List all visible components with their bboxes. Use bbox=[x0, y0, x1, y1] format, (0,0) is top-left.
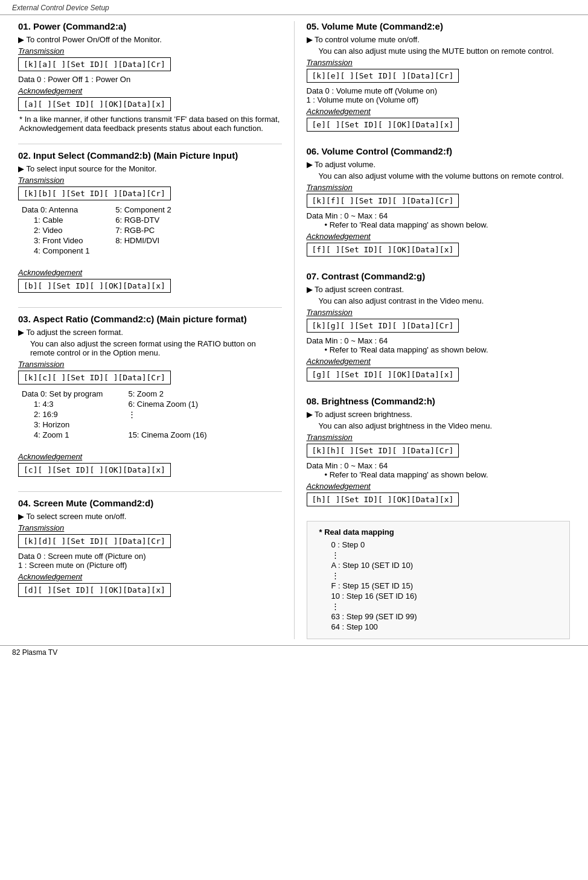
section-08-data: Data Min : 0 ~ Max : 64 Refer to 'Real d… bbox=[307, 461, 570, 479]
rd-item-0: 0 : Step 0 bbox=[331, 540, 558, 549]
section-03-sub1: You can also adjust the screen format us… bbox=[30, 339, 282, 357]
section-08-title: 08. Brightness (Command2:h) bbox=[307, 396, 570, 406]
footer-text: 82 Plasma TV bbox=[12, 648, 57, 657]
section-07-ack-code: [g][ ][Set ID][ ][OK][Data][x] bbox=[307, 368, 459, 381]
real-data-title: * Real data mapping bbox=[319, 528, 558, 537]
section-04-arrow: To select screen mute on/off. bbox=[18, 512, 282, 521]
section-06-data-minmax: Data Min : 0 ~ Max : 64 bbox=[307, 211, 570, 220]
section-08-transmission-code: [k][h][ ][Set ID][ ][Data][Cr] bbox=[307, 444, 459, 458]
section-08-data-bullet: Refer to 'Real data mapping' as shown be… bbox=[325, 470, 570, 479]
section-06-title: 06. Volume Control (Command2:f) bbox=[307, 146, 570, 156]
section-02: 02. Input Select (Command2:b) (Main Pict… bbox=[18, 150, 282, 296]
section-07-data: Data Min : 0 ~ Max : 64 Refer to 'Real d… bbox=[307, 336, 570, 354]
page-footer: 82 Plasma TV bbox=[0, 645, 588, 659]
table-row: Data 0: Antenna 5: Component 2 bbox=[22, 205, 171, 214]
section-08-transmission-label: Transmission bbox=[307, 433, 570, 442]
section-05: 05. Volume Mute (Command2:e) To control … bbox=[307, 21, 570, 135]
table-cell: 4: Component 1 bbox=[22, 246, 114, 255]
section-02-ack-code: [b][ ][Set ID][ ][OK][Data][x] bbox=[18, 279, 171, 293]
table-cell bbox=[115, 246, 171, 255]
section-07: 07. Contrast (Command2:g) To adjust scre… bbox=[307, 271, 570, 385]
section-07-ack-label: Acknowledgement bbox=[307, 357, 570, 366]
section-07-sub1: You can also adjust contrast in the Vide… bbox=[319, 296, 570, 305]
section-04-transmission-code: [k][d][ ][Set ID][ ][Data][Cr] bbox=[18, 534, 171, 548]
section-07-arrow: To adjust screen contrast. bbox=[307, 285, 570, 294]
table-cell: 6: RGB-DTV bbox=[115, 215, 171, 225]
section-01-arrow: To control Power On/Off of the Monitor. bbox=[18, 35, 282, 44]
rd-dots-2: ⋮ bbox=[331, 602, 558, 611]
section-02-data: Data 0: Antenna 5: Component 2 1: Cable … bbox=[18, 204, 282, 257]
rd-item-2: F : Step 15 (SET ID 15) bbox=[331, 581, 558, 590]
table-row: 3: Horizon bbox=[22, 420, 206, 429]
section-02-transmission-label: Transmission bbox=[18, 176, 282, 185]
section-08-data-minmax: Data Min : 0 ~ Max : 64 bbox=[307, 461, 570, 470]
section-08-ack-label: Acknowledgement bbox=[307, 482, 570, 491]
section-06: 06. Volume Control (Command2:f) To adjus… bbox=[307, 146, 570, 260]
section-05-sub1: You can also adjust mute using the MUTE … bbox=[319, 46, 570, 56]
table-cell: 8: HDMI/DVI bbox=[115, 236, 171, 245]
section-01-title: 01. Power (Command2:a) bbox=[18, 21, 282, 31]
section-03-ack-code: [c][ ][Set ID][ ][OK][Data][x] bbox=[18, 463, 171, 477]
section-01-transmission-label: Transmission bbox=[18, 46, 282, 56]
table-cell: 2: 16:9 bbox=[22, 410, 127, 419]
section-05-ack-code: [e][ ][Set ID][ ][OK][Data][x] bbox=[307, 118, 459, 132]
section-02-transmission-code: [k][b][ ][Set ID][ ][Data][Cr] bbox=[18, 187, 171, 200]
table-cell: 1: 4:3 bbox=[22, 400, 127, 409]
section-07-transmission-label: Transmission bbox=[307, 308, 570, 317]
section-05-data: Data 0 : Volume mute off (Volume on) 1 :… bbox=[307, 86, 570, 104]
table-cell: 2: Video bbox=[22, 226, 114, 235]
section-06-arrow: To adjust volume. bbox=[307, 160, 570, 169]
section-03-ack-label: Acknowledgement bbox=[18, 452, 282, 461]
table-cell: 6: Cinema Zoom (1) bbox=[128, 400, 206, 409]
section-03-transmission-code: [k][c][ ][Set ID][ ][Data][Cr] bbox=[18, 371, 171, 384]
section-07-data-minmax: Data Min : 0 ~ Max : 64 bbox=[307, 336, 570, 345]
table-cell: 15: Cinema Zoom (16) bbox=[128, 430, 206, 439]
section-04-ack-code: [d][ ][Set ID][ ][OK][Data][x] bbox=[18, 583, 171, 597]
table-cell: 4: Zoom 1 bbox=[22, 430, 127, 439]
rd-item-5: 64 : Step 100 bbox=[331, 622, 558, 631]
section-04-ack-label: Acknowledgement bbox=[18, 572, 282, 581]
section-01-ack-code: [a][ ][Set ID][ ][OK][Data][x] bbox=[18, 97, 171, 111]
real-data-mapping: * Real data mapping 0 : Step 0 ⋮ A : Ste… bbox=[307, 521, 570, 639]
section-02-ack-label: Acknowledgement bbox=[18, 268, 282, 277]
section-01: 01. Power (Command2:a) To control Power … bbox=[18, 21, 282, 133]
table-row: Data 0: Set by program 5: Zoom 2 bbox=[22, 389, 206, 398]
section-03-title: 03. Aspect Ratio (Command2:c) (Main pict… bbox=[18, 314, 282, 324]
section-05-arrow: To control volume mute on/off. bbox=[307, 35, 570, 44]
section-04-transmission-label: Transmission bbox=[18, 523, 282, 532]
rd-item-4: 63 : Step 99 (SET ID 99) bbox=[331, 612, 558, 621]
table-cell: ⋮ bbox=[128, 410, 206, 419]
section-06-sub1: You can also adjust volume with the volu… bbox=[319, 171, 570, 180]
section-06-ack-code: [f][ ][Set ID][ ][OK][Data][x] bbox=[307, 243, 459, 257]
section-05-ack-label: Acknowledgement bbox=[307, 107, 570, 116]
rd-item-3: 10 : Step 16 (SET ID 16) bbox=[331, 591, 558, 601]
table-row: 3: Front Video 8: HDMI/DVI bbox=[22, 236, 171, 245]
table-cell bbox=[128, 420, 206, 429]
table-cell: 7: RGB-PC bbox=[115, 226, 171, 235]
section-04: 04. Screen Mute (Command2:d) To select s… bbox=[18, 498, 282, 601]
header-title: External Control Device Setup bbox=[12, 4, 109, 12]
section-01-data-line: Data 0 : Power Off 1 : Power On bbox=[18, 75, 282, 84]
rd-item-1: A : Step 10 (SET ID 10) bbox=[331, 561, 558, 570]
section-06-transmission-label: Transmission bbox=[307, 183, 570, 192]
section-08: 08. Brightness (Command2:h) To adjust sc… bbox=[307, 396, 570, 510]
section-06-data-bullet: Refer to 'Real data mapping' as shown be… bbox=[325, 220, 570, 229]
table-cell: Data 0: Antenna bbox=[22, 205, 114, 214]
section-02-arrow: To select input source for the Monitor. bbox=[18, 164, 282, 173]
table-cell: 3: Horizon bbox=[22, 420, 127, 429]
section-01-transmission-code: [k][a][ ][Set ID][ ][Data][Cr] bbox=[18, 57, 171, 71]
section-04-data-line-0: Data 0 : Screen mute off (Picture on) bbox=[18, 552, 282, 561]
table-cell: Data 0: Set by program bbox=[22, 389, 127, 398]
table-row: 2: 16:9 ⋮ bbox=[22, 410, 206, 419]
table-row: 2: Video 7: RGB-PC bbox=[22, 226, 171, 235]
table-row: 1: 4:3 6: Cinema Zoom (1) bbox=[22, 400, 206, 409]
section-05-transmission-label: Transmission bbox=[307, 58, 570, 67]
section-05-transmission-code: [k][e][ ][Set ID][ ][Data][Cr] bbox=[307, 69, 459, 83]
page-header: External Control Device Setup bbox=[0, 0, 588, 15]
section-03: 03. Aspect Ratio (Command2:c) (Main pict… bbox=[18, 314, 282, 480]
section-01-ack-label: Acknowledgement bbox=[18, 86, 282, 95]
table-cell: 5: Component 2 bbox=[115, 205, 171, 214]
table-row: 1: Cable 6: RGB-DTV bbox=[22, 215, 171, 225]
section-07-title: 07. Contrast (Command2:g) bbox=[307, 271, 570, 281]
section-05-title: 05. Volume Mute (Command2:e) bbox=[307, 21, 570, 31]
